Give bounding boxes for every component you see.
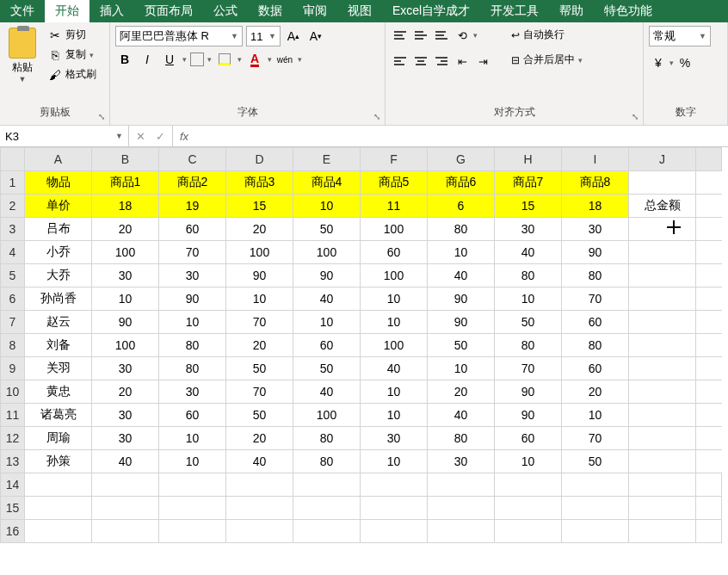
cell-H2[interactable]: 15 (495, 195, 562, 218)
cell-A11[interactable]: 诸葛亮 (25, 404, 92, 427)
cell-A8[interactable]: 刘备 (25, 334, 92, 357)
cell-E10[interactable]: 40 (293, 380, 361, 404)
cell-F5[interactable]: 100 (361, 264, 428, 288)
cell-I3[interactable]: 30 (562, 218, 629, 241)
cell-F14[interactable] (361, 473, 428, 497)
formula-input[interactable] (195, 126, 728, 146)
cancel-icon[interactable]: ✕ (136, 130, 145, 143)
cell-J5[interactable] (629, 264, 696, 288)
col-header-C[interactable]: C (159, 148, 226, 171)
cell-extra-14[interactable] (696, 473, 722, 497)
row-header-1[interactable]: 1 (1, 171, 25, 195)
cell-F13[interactable]: 10 (361, 450, 428, 473)
cell-H16[interactable] (495, 520, 562, 543)
row-header-9[interactable]: 9 (1, 357, 25, 380)
cell-B5[interactable]: 30 (92, 264, 159, 288)
cell-C14[interactable] (159, 473, 226, 497)
cell-A6[interactable]: 孙尚香 (25, 288, 92, 311)
cell-overflow-4[interactable] (696, 241, 722, 264)
menu-tab-特色功能[interactable]: 特色功能 (594, 0, 663, 22)
percent-button[interactable]: % (676, 53, 694, 72)
chevron-down-icon[interactable]: ▾ (578, 56, 583, 65)
chevron-down-icon[interactable]: ▾ (207, 55, 212, 64)
cell-A9[interactable]: 关羽 (25, 357, 92, 380)
cell-A3[interactable]: 吕布 (25, 218, 92, 241)
cell-H11[interactable]: 90 (495, 404, 562, 427)
increase-font-button[interactable]: A▴ (284, 27, 303, 46)
cell-J2[interactable]: 总金额 (629, 195, 696, 218)
row-header-8[interactable]: 8 (1, 334, 25, 357)
cell-H14[interactable] (495, 473, 562, 497)
align-right-button[interactable] (432, 52, 451, 71)
cell-overflow-10[interactable] (696, 380, 722, 404)
cell-A7[interactable]: 赵云 (25, 311, 92, 334)
cell-C15[interactable] (159, 497, 226, 520)
cell-G3[interactable]: 80 (428, 218, 495, 241)
border-button[interactable] (190, 53, 204, 66)
font-color-button[interactable]: A (245, 50, 264, 69)
cell-B11[interactable]: 30 (92, 404, 159, 427)
phonetic-button[interactable]: wén (275, 50, 294, 69)
cell-I2[interactable]: 18 (562, 195, 629, 218)
cell-G5[interactable]: 40 (428, 264, 495, 288)
cell-E3[interactable]: 50 (293, 218, 361, 241)
bold-button[interactable]: B (115, 50, 134, 69)
cell-E13[interactable]: 80 (293, 450, 361, 473)
col-header-H[interactable]: H (495, 148, 562, 171)
cell-F12[interactable]: 30 (361, 427, 428, 450)
cell-overflow-8[interactable] (696, 334, 722, 357)
cell-overflow-14[interactable] (722, 473, 723, 497)
cell-B14[interactable] (92, 473, 159, 497)
cell-B9[interactable]: 30 (92, 357, 159, 380)
chevron-down-icon[interactable]: ▾ (182, 55, 187, 64)
cell-I11[interactable]: 10 (562, 404, 629, 427)
dialog-launcher-clipboard[interactable]: ⤡ (96, 111, 108, 123)
cell-overflow-1[interactable] (696, 171, 722, 195)
cell-overflow-11[interactable] (696, 404, 722, 427)
cell-D3[interactable]: 20 (226, 218, 293, 241)
cell-E7[interactable]: 10 (293, 311, 361, 334)
cell-overflow-7[interactable] (696, 311, 722, 334)
cell-overflow-12[interactable] (696, 427, 722, 450)
cell-F6[interactable]: 10 (361, 288, 428, 311)
col-header-E[interactable]: E (293, 148, 361, 171)
cell-G13[interactable]: 30 (428, 450, 495, 473)
menu-tab-数据[interactable]: 数据 (248, 0, 293, 22)
cell-overflow-2[interactable] (696, 195, 722, 218)
cell-J8[interactable] (629, 334, 696, 357)
cell-C2[interactable]: 19 (159, 195, 226, 218)
row-header-4[interactable]: 4 (1, 241, 25, 264)
cell-G7[interactable]: 90 (428, 311, 495, 334)
cell-H9[interactable]: 70 (495, 357, 562, 380)
cell-extra-15[interactable] (696, 497, 722, 520)
cell-E5[interactable]: 90 (293, 264, 361, 288)
col-header-I[interactable]: I (562, 148, 629, 171)
cell-G10[interactable]: 20 (428, 380, 495, 404)
cell-C9[interactable]: 80 (159, 357, 226, 380)
cell-E8[interactable]: 60 (293, 334, 361, 357)
cell-F15[interactable] (361, 497, 428, 520)
align-middle-button[interactable] (411, 26, 430, 45)
font-size-select[interactable]: 11 ▼ (246, 26, 281, 46)
col-header-A[interactable]: A (25, 148, 92, 171)
cell-J13[interactable] (629, 450, 696, 473)
cell-A13[interactable]: 孙策 (25, 450, 92, 473)
cell-B2[interactable]: 18 (92, 195, 159, 218)
cell-C11[interactable]: 60 (159, 404, 226, 427)
menu-tab-帮助[interactable]: 帮助 (549, 0, 594, 22)
paste-button[interactable]: 粘贴 ▼ (5, 26, 40, 85)
cell-C16[interactable] (159, 520, 226, 543)
cell-C8[interactable]: 80 (159, 334, 226, 357)
cell-I10[interactable]: 20 (562, 380, 629, 404)
cell-G15[interactable] (428, 497, 495, 520)
cell-J10[interactable] (629, 380, 696, 404)
spreadsheet-grid[interactable]: ABCDEFGHIJ1物品商品1商品2商品3商品4商品5商品6商品7商品82单价… (0, 147, 728, 543)
dialog-launcher-alignment[interactable]: ⤡ (629, 111, 641, 123)
cell-B3[interactable]: 20 (92, 218, 159, 241)
cell-D5[interactable]: 90 (226, 264, 293, 288)
italic-button[interactable]: I (138, 50, 157, 69)
cell-E9[interactable]: 50 (293, 357, 361, 380)
cell-C6[interactable]: 90 (159, 288, 226, 311)
cell-I7[interactable]: 60 (562, 311, 629, 334)
cell-E12[interactable]: 80 (293, 427, 361, 450)
